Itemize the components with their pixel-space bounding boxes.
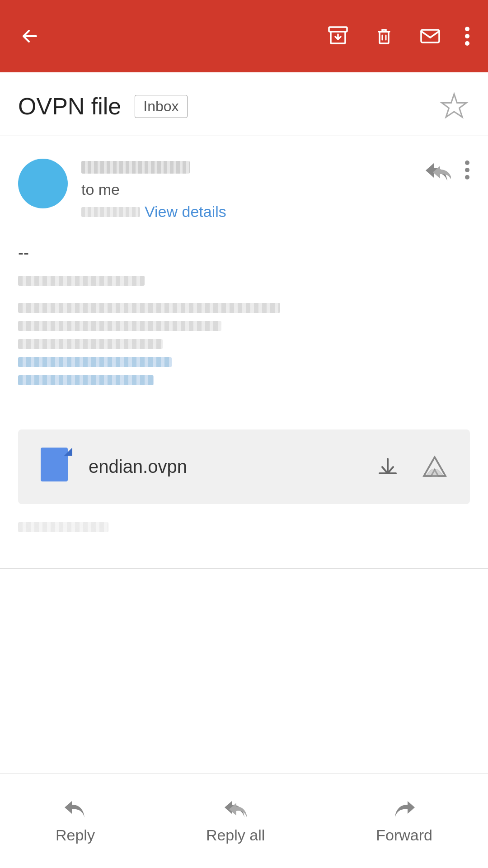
star-button[interactable]: [438, 90, 470, 122]
body-line-6-blue: [18, 375, 154, 385]
file-icon: [41, 448, 72, 486]
archive-button[interactable]: [326, 24, 350, 48]
forward-button[interactable]: Forward: [376, 797, 432, 844]
body-line-7: [18, 522, 108, 532]
body-line-4: [18, 339, 163, 349]
header-actions: [424, 159, 470, 181]
reply-all-label: Reply all: [206, 826, 265, 844]
reply-icon: [63, 797, 87, 819]
avatar: [18, 159, 68, 208]
email-header: to me View details: [0, 136, 488, 234]
back-button[interactable]: [18, 24, 42, 48]
sender-info: to me View details: [81, 159, 424, 221]
inbox-badge: Inbox: [135, 95, 187, 118]
attachment-filename: endian.ovpn: [89, 457, 376, 477]
body-line-5-blue: [18, 357, 172, 367]
subject-row: OVPN file Inbox: [0, 72, 488, 136]
svg-point-6: [465, 160, 469, 165]
forward-icon: [392, 797, 417, 819]
more-options-email-button[interactable]: [465, 159, 470, 181]
body-line-2: [18, 303, 280, 313]
reply-all-header-button[interactable]: [424, 159, 451, 181]
svg-rect-1: [380, 32, 389, 43]
top-bar: [0, 0, 488, 72]
reply-all-button[interactable]: Reply all: [206, 797, 265, 844]
reply-label: Reply: [56, 826, 95, 844]
svg-point-3: [465, 27, 469, 31]
to-me-label: to me: [81, 181, 424, 198]
date-blurred: [81, 207, 140, 217]
sender-name-blurred: [81, 161, 190, 174]
svg-rect-2: [421, 30, 439, 42]
bottom-actions: Reply Reply all Forward: [0, 773, 488, 868]
reply-all-icon: [221, 797, 250, 819]
body-line-1: [18, 276, 145, 286]
more-options-button[interactable]: [465, 24, 470, 48]
svg-point-7: [465, 168, 469, 172]
download-attachment-button[interactable]: [376, 455, 399, 479]
body-separator: --: [18, 243, 470, 262]
svg-point-4: [465, 34, 469, 38]
attachment: endian.ovpn: [18, 429, 470, 504]
view-details-link[interactable]: View details: [145, 203, 226, 221]
save-to-drive-button[interactable]: [422, 455, 447, 479]
body-line-3: [18, 321, 221, 331]
subject-title: OVPN file: [18, 93, 121, 120]
forward-label: Forward: [376, 826, 432, 844]
email-body: --: [0, 234, 488, 411]
svg-point-8: [465, 175, 469, 179]
reply-button[interactable]: Reply: [56, 797, 95, 844]
file-icon-ear: [64, 448, 72, 456]
body-extra: [0, 504, 488, 532]
divider: [0, 568, 488, 569]
attachment-actions: [376, 455, 447, 479]
svg-rect-0: [329, 27, 347, 32]
file-icon-body: [41, 448, 68, 481]
svg-point-5: [465, 41, 469, 46]
delete-button[interactable]: [372, 24, 396, 48]
mark-unread-button[interactable]: [418, 24, 442, 48]
